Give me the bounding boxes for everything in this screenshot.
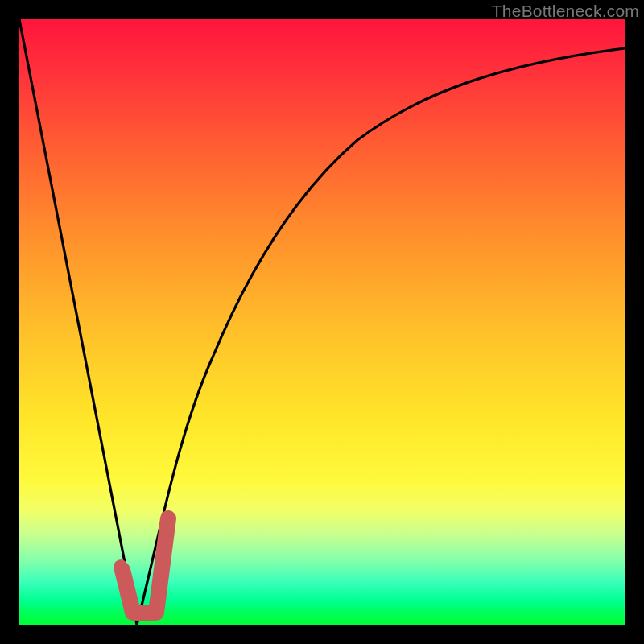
- curve-layer: [19, 19, 625, 625]
- bottleneck-curve: [19, 19, 625, 625]
- watermark-text: TheBottleneck.com: [492, 2, 639, 21]
- plot-area: [19, 19, 625, 625]
- marker-check: [122, 518, 168, 613]
- marker-dot: [114, 559, 128, 574]
- outer-frame: TheBottleneck.com: [0, 0, 644, 644]
